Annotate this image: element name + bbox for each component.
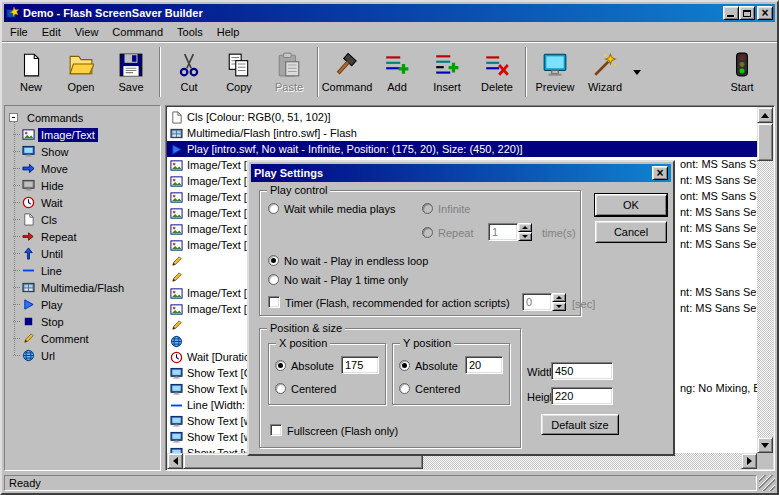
command-row-text: Image/Text [ [187, 175, 247, 187]
toolbar-open-button[interactable]: Open [56, 44, 106, 100]
maximize-button[interactable] [739, 6, 755, 20]
title-bar[interactable]: Demo - Flash ScreenSaver Builder × [4, 4, 775, 22]
toolbar-start-button[interactable]: Start [717, 44, 767, 100]
tree-item-label: Cls [38, 213, 60, 227]
toolbar-button-label: New [20, 81, 42, 93]
tree-item-stop[interactable]: Stop [13, 313, 158, 330]
tree-item-repeat[interactable]: Repeat [13, 228, 158, 245]
width-input[interactable] [551, 362, 613, 380]
x-position-input[interactable] [341, 356, 379, 374]
scroll-down-button[interactable] [757, 437, 773, 453]
wait-while-media-radio[interactable] [268, 203, 279, 214]
command-row-text: Play [intro.swf, No wait - Infinite, Pos… [187, 143, 523, 155]
toolbar-save-button[interactable]: Save [106, 44, 156, 100]
toolbar-command-button[interactable]: Command [322, 44, 372, 100]
y-position-input[interactable] [465, 356, 503, 374]
ok-button[interactable]: OK [595, 194, 667, 216]
repeat-count-spinner[interactable]: 1 [488, 223, 532, 241]
scroll-up-button[interactable] [757, 107, 773, 123]
default-size-button[interactable]: Default size [541, 414, 619, 435]
position-size-group-label: Position & size [267, 322, 345, 334]
image-text-icon [22, 128, 35, 141]
timer-spin-up-button[interactable] [552, 293, 566, 302]
minimize-button[interactable] [723, 6, 739, 20]
menu-tools[interactable]: Tools [170, 24, 210, 40]
vertical-scrollbar[interactable] [757, 107, 773, 453]
toolbar-delete-button[interactable]: Delete [472, 44, 522, 100]
menu-help[interactable]: Help [210, 24, 247, 40]
multimedia-icon [170, 127, 183, 140]
tree-root[interactable]: Commands [7, 109, 158, 126]
url-icon [22, 349, 35, 362]
command-row[interactable]: Play [intro.swf, No wait - Infinite, Pos… [167, 141, 757, 157]
tree-item-image-text[interactable]: Image/Text [13, 126, 158, 143]
line-icon [170, 399, 183, 412]
dialog-title-bar[interactable]: Play Settings × [251, 164, 671, 182]
maximize-icon [743, 10, 751, 17]
timer-checkbox[interactable] [268, 296, 280, 308]
toolbar-copy-button[interactable]: Copy [214, 44, 264, 100]
chevron-down-icon [633, 70, 641, 79]
status-bar: Ready [2, 473, 777, 493]
copy-icon [226, 52, 252, 78]
play-icon [170, 143, 183, 156]
toolbar-wizard-button[interactable]: Wizard [580, 44, 630, 100]
timer-spin-down-button[interactable] [552, 302, 566, 311]
tree-item-url[interactable]: Url [13, 347, 158, 364]
repeat-spin-up-button[interactable] [518, 223, 532, 232]
tree-item-play[interactable]: Play [13, 296, 158, 313]
tree-item-show[interactable]: Show [13, 143, 158, 160]
dialog-close-button[interactable]: × [652, 166, 668, 180]
toolbar-preview-button[interactable]: Preview [530, 44, 580, 100]
timer-spinner[interactable]: 0 [522, 293, 566, 311]
tree-item-wait[interactable]: Wait [13, 194, 158, 211]
command-row-text-right: ng: No Mixing, Ba [680, 382, 757, 394]
tree-item-cls[interactable]: Cls [13, 211, 158, 228]
endless-loop-radio[interactable] [268, 255, 279, 266]
menu-edit[interactable]: Edit [35, 24, 68, 40]
timer-value[interactable]: 0 [522, 293, 552, 311]
y-absolute-radio[interactable] [399, 360, 410, 371]
play-once-radio[interactable] [268, 274, 279, 285]
cancel-button[interactable]: Cancel [595, 221, 667, 243]
tree-item-hide[interactable]: Hide [13, 177, 158, 194]
tree-item-multimedia-flash[interactable]: Multimedia/Flash [13, 279, 158, 296]
repeat-spin-down-button[interactable] [518, 232, 532, 241]
tree-item-label: Line [38, 264, 65, 278]
toolbar-add-button[interactable]: Add [372, 44, 422, 100]
vertical-scroll-thumb[interactable] [757, 123, 773, 161]
tree-item-until[interactable]: Until [13, 245, 158, 262]
scrollbar-corner [757, 453, 773, 469]
fullscreen-checkbox[interactable] [270, 424, 282, 436]
toolbar-new-button[interactable]: New [6, 44, 56, 100]
spin-up-icon [522, 223, 528, 229]
toolbar-button-label: Command [322, 81, 373, 93]
tree-item-move[interactable]: Move [13, 160, 158, 177]
app-icon [6, 6, 20, 20]
height-input[interactable] [551, 387, 613, 405]
command-row[interactable]: Cls [Colour: RGB(0, 51, 102)] [167, 109, 757, 125]
toolbar-insert-button[interactable]: Insert [422, 44, 472, 100]
tree-item-line[interactable]: Line [13, 262, 158, 279]
cls-icon [22, 213, 35, 226]
command-row-text: Line [Width: [187, 399, 245, 411]
scroll-right-button[interactable] [741, 453, 757, 469]
tree-item-comment[interactable]: Comment [13, 330, 158, 347]
menu-file[interactable]: File [3, 24, 35, 40]
toolbar-cut-button[interactable]: Cut [164, 44, 214, 100]
command-row[interactable]: Multimedia/Flash [intro.swf] - Flash [167, 125, 757, 141]
menu-command[interactable]: Command [105, 24, 170, 40]
x-centered-radio[interactable] [275, 383, 286, 394]
vertical-scroll-track[interactable] [757, 123, 773, 437]
close-button[interactable]: × [757, 6, 773, 20]
menu-view[interactable]: View [68, 24, 106, 40]
y-centered-radio[interactable] [399, 383, 410, 394]
repeat-count-value[interactable]: 1 [488, 223, 518, 241]
wizard-dropdown-button[interactable] [630, 44, 643, 100]
command-row-text: Image/Text [ [187, 287, 247, 299]
scroll-left-button[interactable] [167, 453, 183, 469]
tree-expander-icon[interactable] [9, 113, 18, 122]
move-icon [22, 162, 35, 175]
x-absolute-radio[interactable] [275, 360, 286, 371]
resize-grip[interactable] [759, 475, 775, 491]
